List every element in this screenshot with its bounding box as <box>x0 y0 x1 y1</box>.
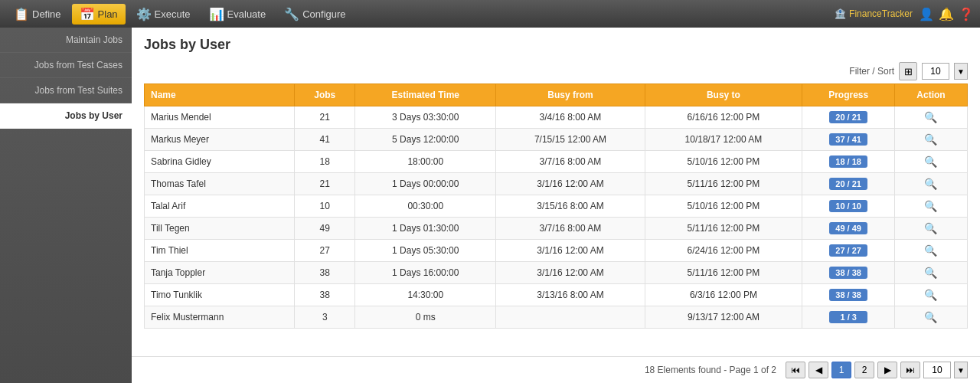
jobs-table: Name Jobs Estimated Time Busy from Busy … <box>144 83 968 329</box>
cell-jobs: 18 <box>295 151 355 173</box>
zoom-icon[interactable]: 🔍 <box>924 311 937 323</box>
sidebar-item-jobs-by-user[interactable]: Jobs by User <box>0 103 132 129</box>
cell-action[interactable]: 🔍 <box>894 218 967 240</box>
table-row: Talal Arif1000:30:003/15/16 8:00 AM5/10/… <box>145 195 968 218</box>
user-icon[interactable]: 👤 <box>919 7 934 21</box>
cell-action[interactable]: 🔍 <box>894 306 967 329</box>
prev-page-button[interactable]: ◀ <box>808 362 828 378</box>
configure-icon: 🔧 <box>284 7 299 21</box>
table-header-row: Name Jobs Estimated Time Busy from Busy … <box>145 84 968 106</box>
nav-plan-label: Plan <box>98 8 118 20</box>
page-2-button[interactable]: 2 <box>854 362 874 378</box>
cell-busy-from: 3/1/16 12:00 AM <box>496 173 645 195</box>
col-action: Action <box>894 84 967 106</box>
cell-action[interactable]: 🔍 <box>894 173 967 195</box>
cell-estimated-time: 1 Days 16:00:00 <box>355 262 496 284</box>
cell-busy-from: 3/7/16 8:00 AM <box>496 218 645 240</box>
zoom-icon[interactable]: 🔍 <box>924 244 937 257</box>
progress-badge: 49 / 49 <box>829 222 867 234</box>
help-icon[interactable]: ❓ <box>959 7 974 21</box>
sidebar-item-maintain-jobs[interactable]: Maintain Jobs <box>0 28 132 53</box>
zoom-icon[interactable]: 🔍 <box>924 178 937 190</box>
cell-name: Felix Mustermann <box>145 306 295 329</box>
cell-busy-from: 3/15/16 8:00 AM <box>496 195 645 218</box>
app-icon: 🏦 <box>835 8 846 19</box>
pagination: 18 Elements found - Page 1 of 2 ⏮ ◀ 1 2 … <box>132 356 980 383</box>
table-row: Marius Mendel213 Days 03:30:003/4/16 8:0… <box>145 106 968 129</box>
col-busy-to: Busy to <box>645 84 802 106</box>
cell-name: Marius Mendel <box>145 106 295 129</box>
cell-busy-to: 5/11/16 12:00 PM <box>645 262 802 284</box>
zoom-icon[interactable]: 🔍 <box>924 267 937 279</box>
zoom-icon[interactable]: 🔍 <box>924 155 937 168</box>
cell-jobs: 21 <box>295 106 355 129</box>
cell-name: Markus Meyer <box>145 129 295 151</box>
cell-action[interactable]: 🔍 <box>894 284 967 306</box>
define-icon: 📋 <box>14 7 29 21</box>
nav-plan[interactable]: 📅 Plan <box>72 4 126 25</box>
cell-action[interactable]: 🔍 <box>894 151 967 173</box>
cell-busy-to: 5/11/16 12:00 PM <box>645 173 802 195</box>
cell-jobs: 38 <box>295 284 355 306</box>
sidebar: Maintain Jobs Jobs from Test Cases Jobs … <box>0 28 132 383</box>
filter-sort-link[interactable]: Filter / Sort <box>849 66 894 77</box>
zoom-icon[interactable]: 🔍 <box>924 222 937 234</box>
zoom-icon[interactable]: 🔍 <box>924 289 937 301</box>
per-page-input[interactable] <box>922 63 949 80</box>
cell-estimated-time: 1 Days 01:30:00 <box>355 218 496 240</box>
cell-progress: 1 / 3 <box>802 306 895 329</box>
cell-busy-to: 5/10/16 12:00 PM <box>645 151 802 173</box>
cell-progress: 20 / 21 <box>802 173 895 195</box>
cell-busy-to: 9/13/17 12:00 AM <box>645 306 802 329</box>
cell-action[interactable]: 🔍 <box>894 106 967 129</box>
table-row: Felix Mustermann30 ms9/13/17 12:00 AM1 /… <box>145 306 968 329</box>
zoom-icon[interactable]: 🔍 <box>924 133 937 146</box>
main-content: Jobs by User Filter / Sort ⊞ ▼ Name Jobs… <box>132 28 980 383</box>
cell-busy-from <box>496 306 645 329</box>
bell-icon[interactable]: 🔔 <box>939 7 954 21</box>
sidebar-item-jobs-from-test-cases[interactable]: Jobs from Test Cases <box>0 53 132 78</box>
sidebar-maintain-jobs-label: Maintain Jobs <box>66 34 122 45</box>
sidebar-jobs-test-suites-label: Jobs from Test Suites <box>35 85 123 96</box>
copy-icon-button[interactable]: ⊞ <box>899 62 917 80</box>
cell-progress: 49 / 49 <box>802 218 895 240</box>
pagination-info: 18 Elements found - Page 1 of 2 <box>144 365 776 375</box>
first-page-button[interactable]: ⏮ <box>786 362 805 378</box>
cell-estimated-time: 3 Days 03:30:00 <box>355 106 496 129</box>
cell-name: Tanja Toppler <box>145 262 295 284</box>
nav-configure[interactable]: 🔧 Configure <box>276 4 353 25</box>
cell-busy-to: 10/18/17 12:00 AM <box>645 129 802 151</box>
next-page-button[interactable]: ▶ <box>877 362 897 378</box>
progress-badge: 10 / 10 <box>829 200 867 212</box>
col-name: Name <box>145 84 295 106</box>
table-row: Timo Tunklik3814:30:003/13/16 8:00 AM6/3… <box>145 284 968 306</box>
col-progress: Progress <box>802 84 895 106</box>
cell-jobs: 21 <box>295 173 355 195</box>
progress-badge: 27 / 27 <box>829 244 867 257</box>
nav-define[interactable]: 📋 Define <box>6 4 69 25</box>
toolbar: Filter / Sort ⊞ ▼ <box>132 59 980 83</box>
cell-action[interactable]: 🔍 <box>894 262 967 284</box>
table-body: Marius Mendel213 Days 03:30:003/4/16 8:0… <box>145 106 968 329</box>
nav-execute[interactable]: ⚙️ Execute <box>129 4 198 25</box>
per-page-dropdown[interactable]: ▼ <box>954 63 968 80</box>
plan-icon: 📅 <box>80 7 95 21</box>
app-name-container: 🏦 FinanceTracker <box>835 8 913 19</box>
sidebar-item-jobs-from-test-suites[interactable]: Jobs from Test Suites <box>0 78 132 103</box>
last-page-button[interactable]: ⏭ <box>900 362 920 378</box>
cell-busy-from: 3/13/16 8:00 AM <box>496 284 645 306</box>
zoom-icon[interactable]: 🔍 <box>924 111 937 123</box>
cell-estimated-time: 1 Days 00:00:00 <box>355 173 496 195</box>
per-page-input-pagination[interactable] <box>923 362 951 378</box>
zoom-icon[interactable]: 🔍 <box>924 200 937 212</box>
cell-busy-from: 3/1/16 12:00 AM <box>496 240 645 262</box>
page-1-button[interactable]: 1 <box>831 362 851 378</box>
cell-action[interactable]: 🔍 <box>894 129 967 151</box>
cell-estimated-time: 0 ms <box>355 306 496 329</box>
table-row: Tim Thiel271 Days 05:30:003/1/16 12:00 A… <box>145 240 968 262</box>
cell-action[interactable]: 🔍 <box>894 240 967 262</box>
per-page-dropdown-pagination[interactable]: ▼ <box>954 362 968 378</box>
cell-action[interactable]: 🔍 <box>894 195 967 218</box>
progress-badge: 38 / 38 <box>829 289 867 301</box>
nav-evaluate[interactable]: 📊 Evaluate <box>201 4 274 25</box>
